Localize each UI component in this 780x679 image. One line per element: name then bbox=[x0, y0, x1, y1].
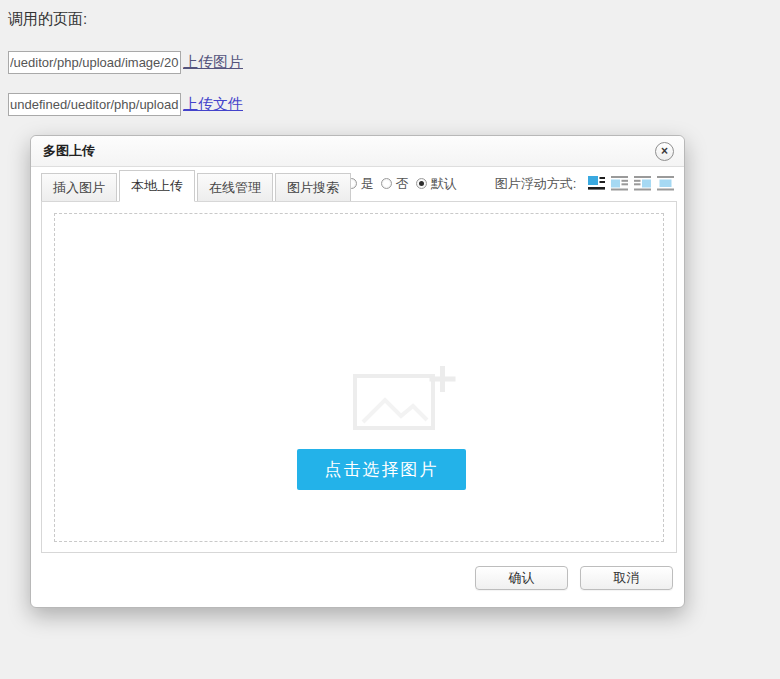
upload-image-link[interactable]: 上传图片 bbox=[183, 53, 243, 72]
tab-online-manage[interactable]: 在线管理 bbox=[197, 173, 273, 202]
tab-image-search[interactable]: 图片搜索 bbox=[275, 173, 351, 202]
watermark-option-yes-label: 是 bbox=[361, 175, 374, 193]
radio-icon[interactable] bbox=[381, 178, 392, 189]
watermark-option-default[interactable]: 默认 bbox=[416, 175, 457, 193]
dialog-header: 多图上传 × bbox=[31, 136, 684, 167]
float-mode-icons bbox=[582, 176, 674, 191]
float-none-icon[interactable] bbox=[588, 176, 605, 191]
upload-file-row: 上传文件 bbox=[8, 93, 243, 116]
float-right-icon[interactable] bbox=[634, 176, 651, 191]
watermark-option-default-label: 默认 bbox=[431, 175, 457, 193]
tab-local-upload[interactable]: 本地上传 bbox=[119, 170, 195, 202]
select-image-button[interactable]: 点击选择图片 bbox=[297, 449, 466, 490]
float-center-icon[interactable] bbox=[657, 176, 674, 191]
multi-image-upload-dialog: 多图上传 × 插入图片 本地上传 在线管理 图片搜索 加水印: 是 否 默认 图… bbox=[30, 135, 685, 608]
float-mode-label: 图片浮动方式: bbox=[495, 175, 577, 193]
watermark-option-no-label: 否 bbox=[396, 175, 409, 193]
float-left-icon[interactable] bbox=[611, 176, 628, 191]
upload-file-link[interactable]: 上传文件 bbox=[183, 95, 243, 114]
cancel-button[interactable]: 取消 bbox=[580, 566, 673, 590]
page-heading: 调用的页面: bbox=[8, 10, 87, 29]
watermark-option-no[interactable]: 否 bbox=[381, 175, 409, 193]
image-url-input[interactable] bbox=[8, 51, 181, 74]
tab-insert-image[interactable]: 插入图片 bbox=[41, 173, 117, 202]
close-icon[interactable]: × bbox=[655, 142, 674, 161]
image-dropzone[interactable]: 点击选择图片 bbox=[54, 213, 664, 542]
upload-panel: 点击选择图片 bbox=[41, 201, 677, 553]
radio-checked-icon[interactable] bbox=[416, 178, 427, 189]
confirm-button[interactable]: 确认 bbox=[475, 566, 568, 590]
upload-image-row: 上传图片 bbox=[8, 51, 243, 74]
file-url-input[interactable] bbox=[8, 93, 181, 116]
add-image-icon bbox=[343, 362, 463, 442]
dialog-title: 多图上传 bbox=[43, 142, 95, 160]
